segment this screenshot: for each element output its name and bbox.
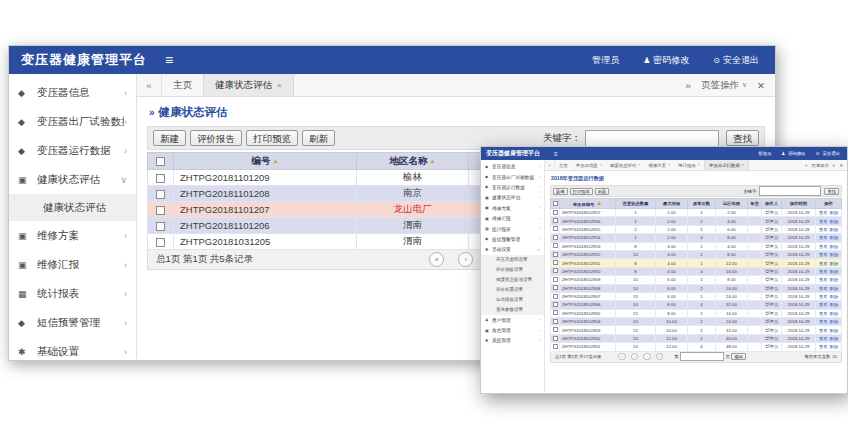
table-row[interactable]: ZHTPG201810291612.0024.00管理员2018-10-29查看… xyxy=(551,217,842,225)
select-all-checkbox[interactable] xyxy=(156,157,165,166)
view-link[interactable]: 查看 xyxy=(819,286,828,291)
w2-keyword-input[interactable] xyxy=(759,186,821,196)
toolbar-button[interactable]: 刷新 xyxy=(302,130,335,146)
username-label[interactable]: 管理员 xyxy=(592,54,619,67)
sidebar-item[interactable]: ▦统计报表› xyxy=(9,279,136,308)
sidebar-item[interactable]: ◆短信预警管理› xyxy=(481,234,544,244)
view-link[interactable]: 查看 xyxy=(819,219,828,224)
close-tab-icon[interactable]: × xyxy=(742,163,744,167)
row-checkbox[interactable] xyxy=(156,190,165,199)
table-row[interactable]: ZHTPG201810291184.00112.00管理员2018-10-29查… xyxy=(551,259,842,267)
view-link[interactable]: 查看 xyxy=(819,277,828,282)
delete-link[interactable]: 删除 xyxy=(830,210,839,215)
table-row[interactable]: ZHTPG2018102907156.00124.00管理员2018-10-29… xyxy=(551,292,842,300)
sidebar-subitem[interactable]: 健康状态评估 xyxy=(9,194,136,221)
sort-caret-icon[interactable]: ▲ xyxy=(596,200,602,206)
overflow-tabs-icon[interactable]: » xyxy=(686,80,691,91)
row-checkbox[interactable] xyxy=(156,174,165,183)
w2-logout-link[interactable]: ⊙ 安全退出 xyxy=(816,151,840,156)
tab[interactable]: 统计报表× xyxy=(674,160,704,170)
view-link[interactable]: 查看 xyxy=(819,328,828,333)
view-link[interactable]: 查看 xyxy=(819,336,828,341)
select-all-checkbox[interactable] xyxy=(553,201,558,206)
sidebar-subitem[interactable]: 变压器类型设置 xyxy=(481,255,544,265)
row-checkbox[interactable] xyxy=(553,268,558,273)
delete-link[interactable]: 删除 xyxy=(830,244,839,249)
sidebar-item[interactable]: ▣健康状态评估∨ xyxy=(9,165,136,194)
next-page-button[interactable]: › xyxy=(643,353,651,361)
table-row[interactable]: ZHTPG20181029031510.00132.00管理员2018-10-2… xyxy=(551,326,842,334)
last-page-button[interactable]: » xyxy=(656,353,664,361)
table-row[interactable]: ZHTPG201810291712.0012.00管理员2018-10-29查看… xyxy=(551,209,842,217)
search-button[interactable]: 查找 xyxy=(726,130,759,146)
w2-page-jump-input[interactable] xyxy=(680,352,724,362)
tab-operations-dropdown[interactable]: 页签操作 ∨ xyxy=(701,79,747,92)
first-page-button[interactable]: « xyxy=(429,252,444,267)
sort-caret-icon[interactable]: ▲ xyxy=(430,158,436,164)
tab[interactable]: 变压器运行数据× xyxy=(704,160,749,170)
view-link[interactable]: 查看 xyxy=(819,235,828,240)
sidebar-item[interactable]: ▣维修方案› xyxy=(9,221,136,250)
row-checkbox[interactable] xyxy=(553,243,558,248)
sidebar-subitem[interactable]: 健康状态标准设置 xyxy=(481,275,544,285)
sidebar-item[interactable]: ◆变压器运行数据› xyxy=(481,182,544,192)
close-all-tabs-icon[interactable]: ✕ xyxy=(757,80,765,91)
delete-link[interactable]: 删除 xyxy=(830,286,839,291)
row-checkbox[interactable] xyxy=(553,252,558,257)
view-link[interactable]: 查看 xyxy=(819,269,828,274)
delete-link[interactable]: 删除 xyxy=(830,252,839,257)
view-link[interactable]: 查看 xyxy=(819,210,828,215)
close-tab-icon[interactable]: × xyxy=(600,163,602,167)
row-checkbox[interactable] xyxy=(553,310,558,315)
sidebar-item[interactable]: ✱基础设置∨ xyxy=(481,244,544,254)
delete-link[interactable]: 删除 xyxy=(830,294,839,299)
sidebar-item[interactable]: ▣角色管理› xyxy=(481,325,544,335)
row-checkbox[interactable] xyxy=(553,294,558,299)
toolbar-button[interactable]: 打印预览 xyxy=(570,188,593,195)
column-header[interactable]: 变压器编号▲ xyxy=(560,199,616,209)
view-link[interactable]: 查看 xyxy=(819,302,828,307)
row-checkbox[interactable] xyxy=(553,285,558,290)
close-tab-icon[interactable]: × xyxy=(638,163,640,167)
view-link[interactable]: 查看 xyxy=(819,261,828,266)
column-header[interactable]: 操作时间 xyxy=(782,199,816,209)
close-tab-icon[interactable]: × xyxy=(277,81,282,90)
sidebar-item[interactable]: ▣维修汇报› xyxy=(481,213,544,223)
w2-change-password-link[interactable]: ♟ 密码修改 xyxy=(781,151,806,156)
toolbar-button[interactable]: 打印预览 xyxy=(246,130,298,146)
delete-link[interactable]: 删除 xyxy=(830,269,839,274)
row-checkbox[interactable] xyxy=(156,206,165,215)
column-header[interactable]: 异常次数 xyxy=(688,199,716,209)
view-link[interactable]: 查看 xyxy=(819,252,828,257)
tab[interactable]: 维修方案× xyxy=(645,160,675,170)
view-link[interactable]: 查看 xyxy=(819,244,828,249)
row-checkbox[interactable] xyxy=(553,218,558,223)
w2-overflow-tabs-icon[interactable]: » xyxy=(805,163,807,168)
tab[interactable]: 主页 xyxy=(162,74,203,96)
w2-menu-icon[interactable]: ≡ xyxy=(554,151,558,157)
logout-link[interactable]: ⊙ 安全退出 xyxy=(713,54,759,67)
w2-close-all-tabs-icon[interactable]: ✕ xyxy=(839,163,843,168)
tab[interactable]: 主页 xyxy=(555,160,572,170)
tab[interactable]: 健康状态评估× xyxy=(606,160,645,170)
tab[interactable]: 变压器信息× xyxy=(572,160,606,170)
sidebar-item[interactable]: ▣维修汇报› xyxy=(9,250,136,279)
sidebar-subitem[interactable]: 短信模板设置 xyxy=(481,295,544,305)
delete-link[interactable]: 删除 xyxy=(830,328,839,333)
table-row[interactable]: ZHTPG2018102912104.0028.00管理员2018-10-29查… xyxy=(551,250,842,258)
close-tab-icon[interactable]: × xyxy=(698,163,700,167)
table-row[interactable]: ZHTPG2018102909106.0018.00管理员2018-10-29查… xyxy=(551,276,842,284)
close-tab-icon[interactable]: × xyxy=(668,163,670,167)
sidebar-item[interactable]: ◆短信预警管理› xyxy=(9,308,136,337)
toolbar-button[interactable]: 评价报告 xyxy=(190,130,242,146)
sidebar-subitem[interactable]: 系统参数设置 xyxy=(481,305,544,315)
table-row[interactable]: ZHTPG20181029022012.00240.00管理员2018-10-2… xyxy=(551,334,842,342)
row-checkbox[interactable] xyxy=(553,210,558,215)
delete-link[interactable]: 删除 xyxy=(830,344,839,349)
view-link[interactable]: 查看 xyxy=(819,344,828,349)
row-checkbox[interactable] xyxy=(553,235,558,240)
table-row[interactable]: ZHTPG201810291522.0016.00管理员2018-10-29查看… xyxy=(551,225,842,233)
sidebar-item[interactable]: ▣维修方案› xyxy=(481,203,544,213)
sort-caret-icon[interactable]: ▲ xyxy=(273,158,279,164)
column-header[interactable]: 备注 xyxy=(748,199,762,209)
